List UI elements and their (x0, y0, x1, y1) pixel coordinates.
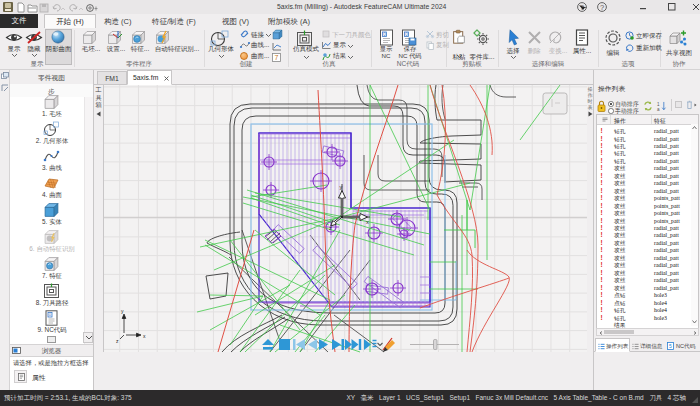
svg-text:y: y (340, 184, 343, 190)
svg-text:x: x (366, 219, 369, 225)
svg-text:y: y (121, 308, 124, 314)
svg-text:x: x (143, 333, 146, 339)
svg-text:z: z (116, 338, 119, 344)
svg-text:1: 1 (657, 101, 660, 106)
svg-text:5: 5 (669, 343, 672, 349)
svg-text:7: 7 (275, 54, 279, 61)
svg-text:a: a (657, 107, 660, 112)
svg-text:?: ? (600, 3, 604, 12)
svg-text:z: z (329, 225, 332, 231)
